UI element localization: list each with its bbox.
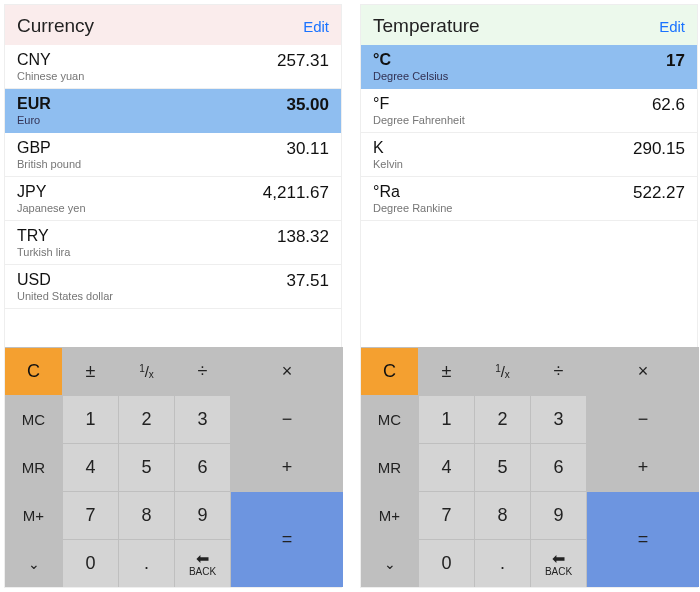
key-equals[interactable]: = bbox=[230, 491, 343, 587]
list-item[interactable]: °FDegree Fahrenheit 62.6 bbox=[361, 89, 697, 133]
row-code: °C bbox=[373, 51, 448, 69]
list-item[interactable]: °CDegree Celsius 17 bbox=[361, 45, 697, 89]
key-5[interactable]: 5 bbox=[118, 443, 174, 491]
row-value: 37.51 bbox=[286, 271, 329, 291]
temperature-panel: Temperature Edit °CDegree Celsius 17 °FD… bbox=[360, 4, 698, 588]
list-item[interactable]: EUREuro 35.00 bbox=[5, 89, 341, 133]
key-clear[interactable]: C bbox=[5, 347, 62, 395]
row-name: Kelvin bbox=[373, 158, 403, 170]
key-8[interactable]: 8 bbox=[474, 491, 530, 539]
row-value: 522.27 bbox=[633, 183, 685, 203]
row-name: Degree Celsius bbox=[373, 70, 448, 82]
currency-panel: Currency Edit CNYChinese yuan 257.31 EUR… bbox=[4, 4, 342, 588]
row-code: °F bbox=[373, 95, 465, 113]
row-code: K bbox=[373, 139, 403, 157]
key-more[interactable]: ⌄ bbox=[5, 539, 62, 587]
list-item[interactable]: JPYJapanese yen 4,211.67 bbox=[5, 177, 341, 221]
key-0[interactable]: 0 bbox=[62, 539, 118, 587]
key-9[interactable]: 9 bbox=[174, 491, 230, 539]
key-7[interactable]: 7 bbox=[418, 491, 474, 539]
back-arrow-icon: ⬅ bbox=[196, 551, 209, 567]
currency-list: CNYChinese yuan 257.31 EUREuro 35.00 GBP… bbox=[5, 45, 341, 347]
key-plus[interactable]: + bbox=[586, 443, 699, 491]
key-minus[interactable]: − bbox=[230, 395, 343, 443]
key-3[interactable]: 3 bbox=[530, 395, 586, 443]
key-mplus[interactable]: M+ bbox=[5, 491, 62, 539]
key-5[interactable]: 5 bbox=[474, 443, 530, 491]
list-item[interactable]: KKelvin 290.15 bbox=[361, 133, 697, 177]
list-item[interactable]: GBPBritish pound 30.11 bbox=[5, 133, 341, 177]
key-2[interactable]: 2 bbox=[118, 395, 174, 443]
row-name: Japanese yen bbox=[17, 202, 86, 214]
key-minus[interactable]: − bbox=[586, 395, 699, 443]
edit-button[interactable]: Edit bbox=[659, 18, 685, 35]
row-value: 17 bbox=[666, 51, 685, 71]
key-plus[interactable]: + bbox=[230, 443, 343, 491]
key-4[interactable]: 4 bbox=[418, 443, 474, 491]
key-mc[interactable]: MC bbox=[361, 395, 418, 443]
back-arrow-icon: ⬅ bbox=[552, 551, 565, 567]
key-reciprocal[interactable]: 1/x bbox=[474, 347, 530, 395]
row-name: British pound bbox=[17, 158, 81, 170]
row-value: 257.31 bbox=[277, 51, 329, 71]
row-code: TRY bbox=[17, 227, 70, 245]
key-more[interactable]: ⌄ bbox=[361, 539, 418, 587]
row-value: 62.6 bbox=[652, 95, 685, 115]
row-value: 290.15 bbox=[633, 139, 685, 159]
key-6[interactable]: 6 bbox=[174, 443, 230, 491]
keypad: C ± 1/x ÷ × MC 1 2 3 − MR 4 5 6 + M+ 7 8… bbox=[361, 347, 697, 587]
panel-header: Currency Edit bbox=[5, 5, 341, 45]
key-1[interactable]: 1 bbox=[62, 395, 118, 443]
key-9[interactable]: 9 bbox=[530, 491, 586, 539]
list-item[interactable]: °RaDegree Rankine 522.27 bbox=[361, 177, 697, 221]
key-clear[interactable]: C bbox=[361, 347, 418, 395]
key-multiply[interactable]: × bbox=[230, 347, 343, 395]
key-dot[interactable]: . bbox=[474, 539, 530, 587]
row-value: 4,211.67 bbox=[263, 183, 329, 203]
key-4[interactable]: 4 bbox=[62, 443, 118, 491]
row-code: USD bbox=[17, 271, 113, 289]
row-name: Euro bbox=[17, 114, 51, 126]
row-code: JPY bbox=[17, 183, 86, 201]
key-0[interactable]: 0 bbox=[418, 539, 474, 587]
panel-title: Temperature bbox=[373, 15, 480, 37]
key-divide[interactable]: ÷ bbox=[530, 347, 586, 395]
key-mr[interactable]: MR bbox=[5, 443, 62, 491]
key-1[interactable]: 1 bbox=[418, 395, 474, 443]
row-value: 138.32 bbox=[277, 227, 329, 247]
key-multiply[interactable]: × bbox=[586, 347, 699, 395]
key-8[interactable]: 8 bbox=[118, 491, 174, 539]
key-2[interactable]: 2 bbox=[474, 395, 530, 443]
row-code: CNY bbox=[17, 51, 84, 69]
row-name: Degree Fahrenheit bbox=[373, 114, 465, 126]
row-value: 35.00 bbox=[286, 95, 329, 115]
row-code: EUR bbox=[17, 95, 51, 113]
key-7[interactable]: 7 bbox=[62, 491, 118, 539]
key-mr[interactable]: MR bbox=[361, 443, 418, 491]
key-3[interactable]: 3 bbox=[174, 395, 230, 443]
list-item[interactable]: TRYTurkish lira 138.32 bbox=[5, 221, 341, 265]
key-plusminus[interactable]: ± bbox=[62, 347, 118, 395]
panel-header: Temperature Edit bbox=[361, 5, 697, 45]
key-6[interactable]: 6 bbox=[530, 443, 586, 491]
edit-button[interactable]: Edit bbox=[303, 18, 329, 35]
key-divide[interactable]: ÷ bbox=[174, 347, 230, 395]
temperature-list: °CDegree Celsius 17 °FDegree Fahrenheit … bbox=[361, 45, 697, 347]
key-plusminus[interactable]: ± bbox=[418, 347, 474, 395]
row-name: Chinese yuan bbox=[17, 70, 84, 82]
row-code: GBP bbox=[17, 139, 81, 157]
row-name: Degree Rankine bbox=[373, 202, 453, 214]
list-item[interactable]: USDUnited States dollar 37.51 bbox=[5, 265, 341, 309]
key-reciprocal[interactable]: 1/x bbox=[118, 347, 174, 395]
key-mplus[interactable]: M+ bbox=[361, 491, 418, 539]
panel-title: Currency bbox=[17, 15, 94, 37]
list-item[interactable]: CNYChinese yuan 257.31 bbox=[5, 45, 341, 89]
row-name: Turkish lira bbox=[17, 246, 70, 258]
row-code: °Ra bbox=[373, 183, 453, 201]
key-equals[interactable]: = bbox=[586, 491, 699, 587]
key-mc[interactable]: MC bbox=[5, 395, 62, 443]
key-dot[interactable]: . bbox=[118, 539, 174, 587]
key-backspace[interactable]: ⬅BACK bbox=[174, 539, 230, 587]
row-name: United States dollar bbox=[17, 290, 113, 302]
key-backspace[interactable]: ⬅BACK bbox=[530, 539, 586, 587]
